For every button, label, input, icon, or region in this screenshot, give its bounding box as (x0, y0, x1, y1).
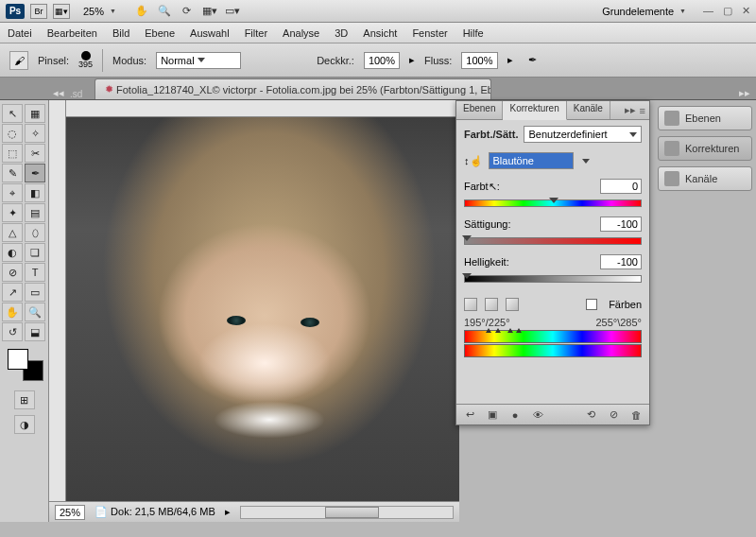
tab-kanaele[interactable]: Kanäle (567, 101, 610, 119)
hue-range-strip[interactable] (464, 330, 642, 343)
side-kanaele[interactable]: Kanäle (658, 166, 752, 191)
workspace-switcher[interactable]: Grundelemente (594, 5, 694, 18)
trash-icon[interactable]: 🗑 (628, 408, 644, 422)
saturation-slider[interactable] (464, 237, 642, 247)
eyedropper-add-icon[interactable] (485, 298, 498, 311)
menu-analyse[interactable]: Analyse (283, 27, 319, 39)
menu-filter[interactable]: Filter (245, 27, 267, 39)
slice-tool[interactable]: ✂ (25, 144, 45, 163)
prev-state-icon[interactable]: ⟲ (583, 408, 598, 422)
zoom-field[interactable]: 25% (55, 505, 85, 520)
arrange-docs-icon[interactable]: ▦▾ (201, 4, 218, 19)
opacity-slider-icon[interactable]: ▸ (409, 54, 415, 66)
menu-auswahl[interactable]: Auswahl (190, 27, 230, 39)
tab-scroll-left[interactable]: ◂◂ (51, 87, 66, 99)
brush-tool[interactable]: ✒ (25, 164, 45, 182)
rotate-view-icon[interactable]: ⟳ (179, 4, 196, 19)
magic-wand-tool[interactable]: ✧ (25, 124, 45, 143)
dodge-tool[interactable]: ◐ (2, 243, 23, 262)
eraser-tool[interactable]: △ (2, 223, 23, 242)
menu-datei[interactable]: Datei (8, 27, 32, 39)
range-dropdown-arrow[interactable] (582, 159, 590, 164)
panel-menu-icon[interactable]: ≡ (640, 105, 645, 116)
menu-bild[interactable]: Bild (112, 27, 129, 39)
menu-3d[interactable]: 3D (335, 27, 348, 39)
eyedropper-subtract-icon[interactable] (506, 298, 519, 311)
menu-fenster[interactable]: Fenster (412, 27, 447, 39)
menu-bearbeiten[interactable]: Bearbeiten (47, 27, 97, 39)
tab-ebenen[interactable]: Ebenen (456, 101, 503, 119)
tool-preset-icon[interactable]: 🖌 (9, 51, 28, 70)
eyedropper-icon[interactable] (464, 298, 477, 311)
menu-hilfe[interactable]: Hilfe (463, 27, 484, 39)
history-brush-tool[interactable]: ▤ (25, 203, 45, 222)
quickmask-toggle[interactable]: ⊞ (14, 390, 35, 409)
tab-scroll-right[interactable]: ▸▸ (737, 87, 752, 99)
zoom-tool-icon[interactable]: 🔍 (156, 4, 173, 19)
menu-ansicht[interactable]: Ansicht (363, 27, 397, 39)
tab-korrekturen[interactable]: Korrekturen (503, 101, 566, 120)
clone-tool[interactable]: ✦ (2, 203, 23, 222)
blur-tool[interactable]: ❏ (25, 243, 45, 262)
colorize-checkbox[interactable] (586, 299, 597, 310)
hue-input[interactable] (600, 179, 642, 194)
reset-icon[interactable]: ⊘ (606, 408, 621, 422)
opacity-input[interactable]: 100% (364, 52, 400, 69)
color-range-dropdown[interactable]: Blautöne (489, 152, 574, 169)
side-korrekturen[interactable]: Korrekturen (658, 136, 752, 161)
document-canvas[interactable] (66, 117, 459, 501)
brush-preview[interactable]: 395 (78, 51, 93, 69)
clip-layer-icon[interactable]: ● (507, 408, 523, 422)
prev-doc-tab[interactable]: .sd (70, 89, 82, 99)
side-ebenen[interactable]: Ebenen (658, 106, 752, 130)
expand-view-icon[interactable]: ▣ (485, 408, 500, 422)
saturation-input[interactable] (600, 217, 642, 232)
notes-tool[interactable]: ⬓ (25, 322, 45, 341)
eyedropper-tool[interactable]: ✎ (2, 164, 23, 182)
flow-input[interactable]: 100% (461, 52, 497, 69)
shape-tool[interactable]: ▭ (25, 283, 45, 302)
visibility-icon[interactable]: 👁 (530, 408, 545, 422)
panel-collapse-icon[interactable]: ▸▸ (625, 104, 636, 116)
hand-tool-icon[interactable]: ✋ (133, 4, 150, 19)
marquee-tool[interactable]: ▦ (25, 104, 45, 123)
minimize-button[interactable]: — (703, 5, 713, 17)
maximize-button[interactable]: ▢ (723, 5, 732, 17)
lightness-input[interactable] (600, 254, 642, 269)
hue-range-strip-lower[interactable] (464, 344, 642, 357)
color-swatches[interactable] (8, 349, 43, 381)
bridge-button[interactable]: Br (30, 4, 47, 19)
lasso-tool[interactable]: ◌ (2, 124, 23, 143)
document-tab[interactable]: ✹ Fotolia_1218740_XL© victorpr - Fotolia… (94, 78, 491, 99)
horizontal-scrollbar[interactable] (240, 506, 454, 519)
rotate-tool[interactable]: ↺ (2, 322, 23, 341)
screenmode-toggle[interactable]: ◑ (14, 415, 35, 434)
path-select-tool[interactable]: ↗ (2, 283, 23, 302)
close-button[interactable]: ✕ (742, 5, 750, 17)
pen-tool[interactable]: ⊘ (2, 263, 23, 282)
foreground-color[interactable] (8, 349, 28, 370)
view-extras-button[interactable]: ▦▾ (53, 4, 70, 19)
gradient-tool[interactable]: ⬯ (25, 223, 45, 242)
return-icon[interactable]: ↩ (462, 408, 477, 422)
tools-panel: ↖ ▦ ◌ ✧ ⬚ ✂ ✎ ✒ ⌖ ◧ ✦ ▤ △ ⬯ ◐ ❏ ⊘ T ↗ ▭ … (0, 100, 49, 522)
type-tool[interactable]: T (25, 263, 45, 282)
ruler-vertical[interactable] (49, 100, 66, 522)
flow-slider-icon[interactable]: ▸ (507, 54, 513, 66)
crop-tool[interactable]: ⬚ (2, 144, 23, 163)
airbrush-icon[interactable]: ✒ (528, 54, 537, 66)
blend-mode-dropdown[interactable]: Normal (156, 52, 241, 69)
ruler-horizontal[interactable] (66, 100, 459, 117)
hue-slider[interactable] (464, 199, 642, 209)
spot-heal-tool[interactable]: ⌖ (2, 183, 23, 202)
finger-scrub-icon[interactable]: ↕☝ (464, 155, 483, 167)
patch-tool[interactable]: ◧ (25, 183, 45, 202)
lightness-slider[interactable] (464, 275, 642, 285)
move-tool[interactable]: ↖ (2, 104, 23, 123)
screen-mode-icon[interactable]: ▭▾ (224, 4, 241, 19)
menu-ebene[interactable]: Ebene (145, 27, 175, 39)
preset-dropdown[interactable]: Benutzerdefiniert (524, 126, 642, 143)
hand-tool[interactable]: ✋ (2, 303, 23, 321)
zoom-dropdown[interactable]: 25% (76, 5, 124, 18)
zoom-tool[interactable]: 🔍 (25, 303, 45, 321)
